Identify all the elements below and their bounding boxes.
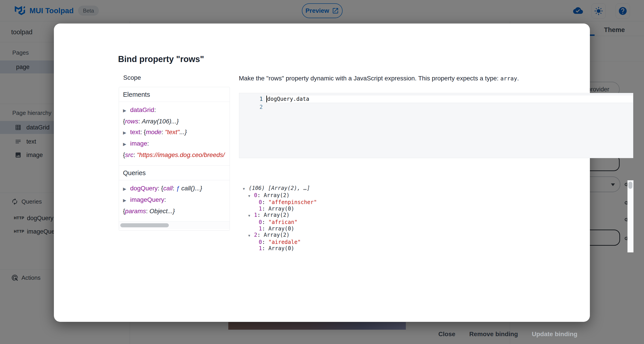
tree-token: rows — [125, 118, 138, 125]
remove-binding-button[interactable]: Remove binding — [464, 327, 523, 341]
tree-token: dogQuery — [130, 185, 158, 192]
line-number: 2 — [239, 103, 263, 111]
tree-row[interactable]: 0: "affenpinscher" — [243, 199, 626, 206]
tree-token: : — [257, 192, 264, 199]
tree-token: : — [257, 252, 264, 252]
scope-label: Scope — [123, 74, 141, 81]
tree-token: : — [262, 239, 268, 245]
vertical-scrollbar[interactable] — [628, 180, 634, 252]
tree-token: ƒ — [176, 185, 180, 192]
code-expression: dogQuery.data — [267, 95, 309, 103]
expand-arrow-icon[interactable]: ▼ — [243, 186, 249, 192]
tree-token: 1 — [259, 245, 262, 252]
expand-arrow-icon[interactable]: ▶ — [123, 127, 130, 138]
tree-token: : — [173, 185, 176, 192]
tree-row[interactable]: ▶text: {mode: "text"...} — [123, 127, 230, 138]
tree-row[interactable]: 0: "african" — [243, 219, 626, 226]
tree-row[interactable]: {params: Object...} — [123, 206, 230, 217]
tree-row[interactable]: 1: Array(0) — [243, 245, 626, 252]
tree-token: Array(2) — [264, 212, 290, 218]
tree-row[interactable]: ▼(106) [Array(2), …] — [243, 185, 626, 192]
tree-row[interactable]: 1: Array(0) — [243, 226, 626, 232]
tree-token: 1 — [259, 206, 262, 212]
elements-header: Elements — [119, 87, 230, 102]
tree-token: : — [262, 199, 268, 205]
scrollbar-thumb[interactable] — [120, 223, 169, 227]
tree-row[interactable]: ▼3: Array(2) — [243, 252, 626, 252]
line-number-gutter: 1 2 — [239, 95, 263, 111]
tree-token: 2 — [254, 232, 257, 238]
tree-token: Array(0) — [268, 245, 294, 252]
tree-token: { — [144, 128, 146, 135]
expand-arrow-icon[interactable]: ▶ — [123, 105, 130, 116]
tree-token: : — [140, 128, 144, 135]
active-line-highlight — [266, 95, 633, 103]
tree-token: Array(2) — [264, 232, 290, 238]
description-text: Make the "rows" property dynamic with a … — [239, 75, 500, 82]
tree-token: 0 — [259, 199, 262, 205]
expand-arrow-icon[interactable]: ▶ — [123, 184, 130, 194]
elements-tree: ▶dataGrid:{rows: Array(106)...}▶text: {m… — [119, 102, 230, 165]
tree-token: "affenpinscher" — [268, 199, 317, 205]
tree-token: Array(0) — [268, 226, 294, 232]
expand-arrow-icon[interactable]: ▼ — [248, 193, 254, 199]
tree-token: 0 — [259, 219, 262, 225]
tree-row[interactable]: ▶dogQuery: {call: ƒ call()...} — [123, 183, 230, 194]
tree-token: Array(2) — [264, 252, 290, 252]
expand-arrow-icon[interactable]: ▶ — [123, 195, 130, 206]
tree-token: 1 — [254, 212, 257, 218]
tree-token: { — [123, 208, 125, 215]
tree-token: mode — [146, 128, 162, 135]
tree-token: Array(0) — [268, 206, 294, 212]
queries-tree: ▶dogQuery: {call: ƒ call()...}▶imageQuer… — [119, 180, 230, 222]
line-number: 1 — [239, 95, 263, 103]
tree-token: "airedale" — [268, 239, 301, 245]
tree-token: image — [130, 140, 147, 147]
tree-token: { — [123, 151, 125, 158]
tree-token: : — [146, 208, 150, 215]
tree-token: : — [262, 206, 268, 212]
tree-token: : — [262, 219, 268, 225]
tree-token: ...} — [195, 185, 202, 192]
tree-row[interactable]: ▶imageQuery: — [123, 194, 230, 206]
expected-type: array — [500, 75, 517, 82]
tree-token: 0 — [254, 192, 257, 199]
tree-row[interactable]: ▼1: Array(2) — [243, 212, 626, 219]
tree-token: 1 — [259, 226, 262, 232]
tree-token: 0 — [259, 239, 262, 245]
tree-row[interactable]: ▶dataGrid: — [123, 105, 230, 116]
tree-row[interactable]: ▼0: Array(2) — [243, 192, 626, 199]
dialog-description: Make the "rows" property dynamic with a … — [239, 75, 519, 82]
tree-token: : — [162, 128, 165, 135]
expand-arrow-icon[interactable]: ▼ — [248, 233, 254, 239]
tree-token: (106) [Array(2), …] — [249, 185, 310, 191]
expand-arrow-icon[interactable]: ▶ — [123, 139, 130, 150]
tree-row[interactable]: 0: "airedale" — [243, 239, 626, 245]
tree-token: Array(2) — [264, 192, 290, 199]
queries-header: Queries — [119, 165, 230, 180]
tree-token: imageQuery — [130, 196, 164, 203]
tree-token: 3 — [254, 252, 257, 252]
update-binding-button[interactable]: Update binding — [527, 327, 582, 341]
tree-row[interactable]: ▶image: — [123, 138, 230, 150]
tree-token: ...} — [168, 208, 175, 215]
tree-token: dataGrid — [130, 106, 154, 113]
bind-property-dialog: Bind property "rows" Scope Elements ▶dat… — [54, 24, 590, 322]
tree-row[interactable]: {rows: Array(106)...} — [123, 116, 230, 127]
tree-token: text — [130, 128, 140, 135]
horizontal-scrollbar[interactable] — [119, 222, 230, 229]
tree-token: { — [161, 185, 163, 192]
tree-token: { — [123, 118, 125, 125]
close-button[interactable]: Close — [433, 327, 460, 341]
tree-row[interactable]: 1: Array(0) — [243, 206, 626, 212]
tree-row[interactable]: ▼2: Array(2) — [243, 232, 626, 239]
tree-token: : — [134, 151, 137, 158]
tree-token: call — [163, 185, 173, 192]
code-editor[interactable]: 1 2 dogQuery.data — [239, 93, 633, 158]
tree-row[interactable]: {src: "https://images.dog.ceo/breeds/ — [123, 150, 230, 160]
tree-token: Array(106) — [142, 118, 171, 125]
tree-token: : — [262, 245, 268, 252]
expand-arrow-icon[interactable]: ▼ — [248, 213, 254, 219]
scrollbar-thumb[interactable] — [628, 182, 632, 189]
tree-token: "https://images.dog.ceo/breeds/ — [137, 151, 225, 158]
